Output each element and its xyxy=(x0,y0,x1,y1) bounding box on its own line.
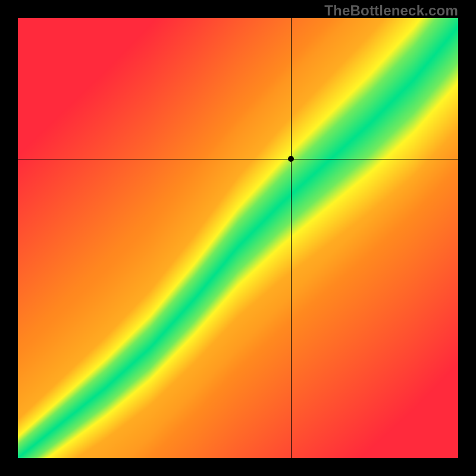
bottleneck-heatmap xyxy=(18,18,458,458)
crosshair-vertical xyxy=(291,18,292,458)
selected-point-marker xyxy=(288,156,294,162)
crosshair-horizontal xyxy=(18,159,458,159)
watermark-text: TheBottleneck.com xyxy=(324,2,458,19)
